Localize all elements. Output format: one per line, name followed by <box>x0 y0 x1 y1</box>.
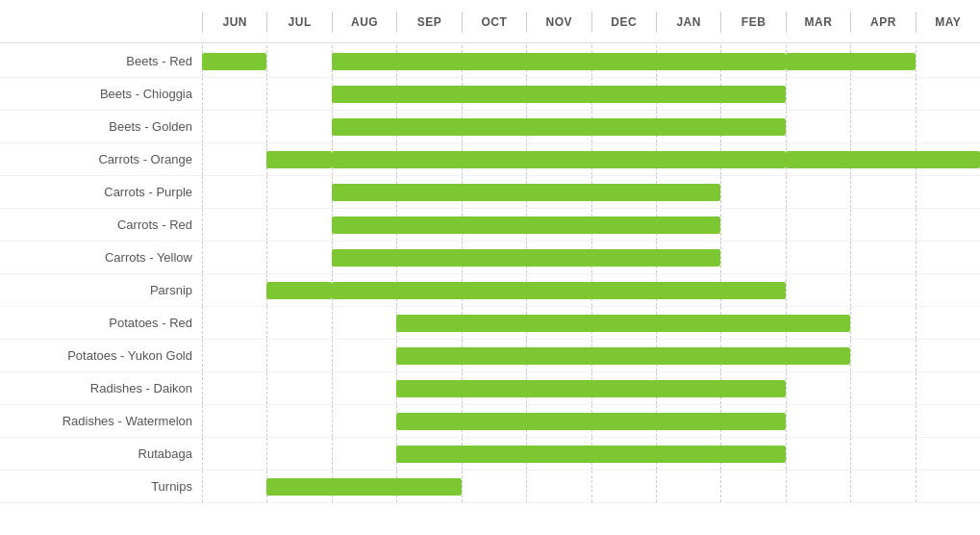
grid-cell-jul <box>266 274 331 306</box>
row-label: Radishes - Daikon <box>0 381 202 395</box>
grid-cell-dec <box>591 471 656 502</box>
grid-cell-oct <box>462 438 526 470</box>
grid-cell-jul <box>266 78 331 110</box>
grid-cell-feb <box>720 307 785 339</box>
grid-cell-may <box>916 143 980 175</box>
grid-cell-dec <box>591 143 656 175</box>
grid-cell-mar <box>786 438 850 470</box>
month-grid <box>202 143 980 175</box>
month-grid <box>202 78 980 110</box>
grid-cell-jun <box>202 176 266 208</box>
chart-title <box>0 10 10 34</box>
month-grid <box>202 438 980 470</box>
grid-cell-jul <box>266 471 331 502</box>
grid-cell-aug <box>332 143 396 175</box>
grid-cell-feb <box>720 372 785 404</box>
grid-cell-jan <box>656 242 720 273</box>
table-row: Carrots - Red <box>0 209 980 242</box>
row-bars <box>202 372 980 404</box>
row-label: Rutabaga <box>0 446 202 461</box>
grid-cell-jul <box>266 405 331 437</box>
grid-cell-feb <box>720 111 785 142</box>
grid-cell-oct <box>462 209 526 241</box>
row-bars <box>202 209 980 241</box>
grid-cell-jan <box>656 45 720 77</box>
grid-cell-jan <box>656 340 720 371</box>
grid-cell-sep <box>396 176 461 208</box>
chart-container: JUNJULAUGSEPOCTNOVDECJANFEBMARAPRMAY Bee… <box>0 0 980 513</box>
grid-cell-oct <box>462 45 526 77</box>
grid-cell-feb <box>720 471 785 502</box>
grid-cell-aug <box>332 340 396 371</box>
grid-cell-jul <box>266 143 331 175</box>
grid-cell-sep <box>396 438 461 470</box>
grid-cell-may <box>916 307 980 339</box>
row-label: Carrots - Purple <box>0 185 202 199</box>
grid-cell-feb <box>720 405 785 437</box>
grid-cell-may <box>916 242 980 273</box>
grid-cell-dec <box>591 405 656 437</box>
grid-cell-may <box>916 209 980 241</box>
table-row: Potatoes - Red <box>0 307 980 340</box>
grid-cell-mar <box>786 405 850 437</box>
month-header-dec: DEC <box>591 12 656 33</box>
grid-cell-jun <box>202 78 266 110</box>
grid-cell-nov <box>526 340 591 371</box>
grid-cell-jan <box>656 307 720 339</box>
row-bars <box>202 307 980 339</box>
grid-cell-oct <box>462 78 526 110</box>
grid-cell-sep <box>396 78 461 110</box>
grid-cell-nov <box>526 143 591 175</box>
row-bars <box>202 45 980 77</box>
row-bars <box>202 340 980 371</box>
row-bars <box>202 143 980 175</box>
month-grid <box>202 372 980 404</box>
grid-cell-oct <box>462 340 526 371</box>
grid-cell-mar <box>786 176 850 208</box>
grid-cell-apr <box>850 372 915 404</box>
grid-cell-apr <box>850 307 915 339</box>
grid-cell-aug <box>332 471 396 502</box>
grid-cell-nov <box>526 209 591 241</box>
grid-cell-may <box>916 438 980 470</box>
grid-cell-aug <box>332 438 396 470</box>
grid-cell-mar <box>786 45 850 77</box>
month-grid <box>202 340 980 371</box>
table-row: Potatoes - Yukon Gold <box>0 340 980 372</box>
grid-cell-jul <box>266 438 331 470</box>
grid-cell-dec <box>591 340 656 371</box>
grid-cell-mar <box>786 209 850 241</box>
grid-cell-sep <box>396 307 461 339</box>
grid-cell-apr <box>850 176 915 208</box>
row-bars <box>202 78 980 110</box>
grid-cell-sep <box>396 209 461 241</box>
grid-cell-apr <box>850 45 915 77</box>
grid-cell-oct <box>462 143 526 175</box>
grid-cell-sep <box>396 274 461 306</box>
row-bars <box>202 111 980 142</box>
grid-cell-dec <box>591 176 656 208</box>
grid-cell-apr <box>850 340 915 371</box>
grid-cell-nov <box>526 372 591 404</box>
grid-cell-aug <box>332 209 396 241</box>
grid-cell-aug <box>332 242 396 273</box>
grid-cell-aug <box>332 372 396 404</box>
grid-cell-dec <box>591 438 656 470</box>
row-label: Radishes - Watermelon <box>0 414 202 428</box>
grid-cell-jul <box>266 176 331 208</box>
months-header: JUNJULAUGSEPOCTNOVDECJANFEBMARAPRMAY <box>202 12 980 33</box>
table-row: Turnips <box>0 471 980 503</box>
grid-cell-mar <box>786 78 850 110</box>
grid-cell-jan <box>656 438 720 470</box>
grid-cell-may <box>916 340 980 371</box>
grid-cell-dec <box>591 45 656 77</box>
row-bars <box>202 405 980 437</box>
grid-cell-feb <box>720 78 785 110</box>
grid-cell-apr <box>850 111 915 142</box>
grid-cell-nov <box>526 78 591 110</box>
grid-cell-dec <box>591 111 656 142</box>
grid-cell-mar <box>786 372 850 404</box>
month-grid <box>202 242 980 273</box>
grid-cell-apr <box>850 405 915 437</box>
grid-cell-sep <box>396 143 461 175</box>
